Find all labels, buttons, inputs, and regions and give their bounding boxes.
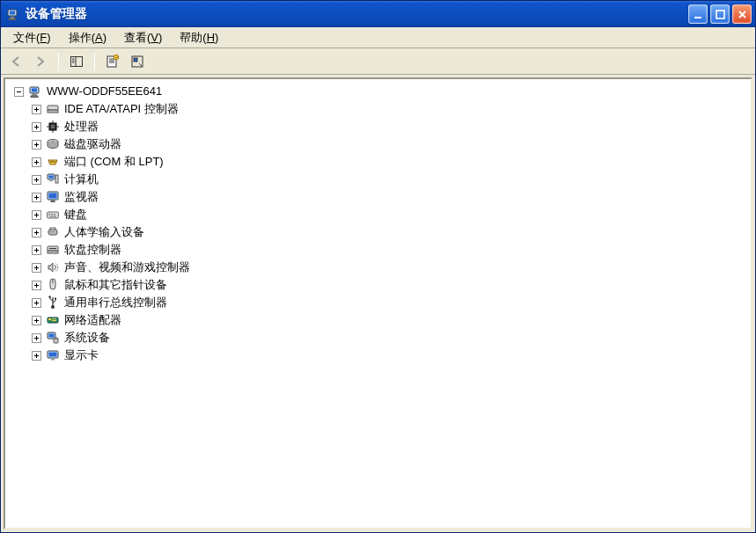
pc-icon	[46, 172, 60, 186]
usb-icon	[46, 296, 60, 310]
svg-rect-65	[134, 58, 137, 62]
tree-item-label: 鼠标和其它指针设备	[64, 276, 167, 294]
menu-file[interactable]: 文件(F)	[4, 28, 60, 47]
expand-icon[interactable]	[32, 157, 41, 167]
tree-item-label: 软盘控制器	[64, 241, 121, 259]
expand-icon[interactable]	[32, 210, 41, 220]
tree-item-label: 通用串行总线控制器	[64, 294, 167, 311]
menu-label: 文件	[13, 31, 36, 44]
tree-item[interactable]: 显示卡	[32, 347, 751, 364]
expand-icon[interactable]	[32, 193, 41, 202]
tree-root[interactable]: WWW-ODDF55EE641	[14, 83, 751, 100]
tree-item-label: 声音、视频和游戏控制器	[64, 259, 190, 276]
expand-icon[interactable]	[32, 316, 41, 325]
nav-forward-button[interactable]	[31, 52, 50, 71]
floppy-icon	[46, 243, 60, 257]
tree-root-label: WWW-ODDF55EE641	[47, 83, 162, 100]
expand-icon[interactable]	[32, 333, 41, 343]
port-icon	[46, 155, 60, 169]
app-icon	[6, 7, 20, 21]
tree-item-label: 端口 (COM 和 LPT)	[64, 153, 164, 171]
close-button[interactable]	[732, 4, 752, 24]
expand-icon[interactable]	[32, 263, 41, 273]
tree-item[interactable]: 通用串行总线控制器	[32, 294, 751, 311]
expand-icon[interactable]	[32, 122, 41, 132]
menu-action[interactable]: 操作(A)	[60, 28, 115, 47]
tree-item[interactable]: 鼠标和其它指针设备	[32, 276, 751, 294]
menu-label: 帮助	[180, 31, 202, 44]
menubar: 文件(F) 操作(A) 查看(V) 帮助(H)	[1, 27, 755, 48]
hid-icon	[46, 225, 60, 239]
expand-icon[interactable]	[32, 140, 41, 150]
expand-icon[interactable]	[32, 298, 41, 308]
expand-icon[interactable]	[32, 245, 41, 255]
expand-icon[interactable]	[32, 281, 41, 290]
tree-item-label: 系统设备	[64, 329, 110, 347]
collapse-icon[interactable]	[14, 87, 24, 97]
maximize-button[interactable]	[710, 4, 730, 24]
nav-back-button[interactable]	[6, 52, 26, 71]
tree-item-label: 人体学输入设备	[64, 223, 144, 241]
net-icon	[46, 313, 60, 327]
tree-item[interactable]: 网络适配器	[32, 311, 751, 329]
scan-hardware-button[interactable]	[128, 52, 147, 71]
monitor-icon	[46, 190, 60, 204]
tree-item[interactable]: 软盘控制器	[32, 241, 751, 259]
menu-label: 查看	[124, 31, 147, 44]
toolbar-separator	[58, 53, 59, 70]
menu-label: 操作	[69, 31, 92, 44]
expand-icon[interactable]	[32, 175, 41, 185]
tree-item-label: 磁盘驱动器	[64, 135, 121, 153]
tree-item-label: 计算机	[64, 171, 99, 188]
tree-item-label: 处理器	[64, 118, 99, 135]
window-controls	[688, 4, 752, 24]
tree-item[interactable]: 磁盘驱动器	[32, 135, 751, 153]
svg-rect-53	[716, 11, 724, 18]
show-hide-tree-button[interactable]	[67, 52, 86, 71]
tree-item[interactable]: 人体学输入设备	[32, 223, 751, 241]
tree-item-label: 监视器	[64, 188, 99, 206]
svg-point-63	[114, 55, 118, 59]
tree-item-label: 网络适配器	[64, 311, 121, 329]
toolbar-separator	[94, 53, 95, 70]
system-icon	[46, 331, 60, 345]
tree-item[interactable]: 系统设备	[32, 329, 751, 347]
expand-icon[interactable]	[32, 228, 41, 237]
expand-icon[interactable]	[32, 351, 41, 361]
menu-view[interactable]: 查看(V)	[115, 28, 171, 47]
disk-icon	[46, 137, 60, 151]
menu-help[interactable]: 帮助(H)	[171, 28, 227, 47]
tree-item[interactable]: 处理器	[32, 118, 751, 135]
properties-button[interactable]	[103, 52, 122, 71]
tree-item-label: 键盘	[64, 206, 87, 223]
minimize-button[interactable]	[688, 4, 708, 24]
device-manager-window: 设备管理器 文件(F) 操作(A) 查看(V) 帮助(H)	[0, 0, 756, 533]
content-area: WWW-ODDF55EE641 IDE ATA/ATAPI 控制器处理器磁盘驱动…	[1, 75, 755, 532]
keyboard-icon	[46, 208, 60, 222]
mouse-icon	[46, 278, 60, 292]
tree-item-label: IDE ATA/ATAPI 控制器	[64, 100, 179, 118]
tree-item[interactable]: 监视器	[32, 188, 751, 206]
tree-item[interactable]: IDE ATA/ATAPI 控制器	[32, 100, 751, 118]
expand-icon[interactable]	[32, 105, 41, 114]
tree-item[interactable]: 计算机	[32, 171, 751, 188]
tree-item-label: 显示卡	[64, 347, 99, 364]
hdd-ctrl-icon	[46, 102, 60, 116]
svg-rect-54	[71, 56, 83, 66]
device-tree[interactable]: WWW-ODDF55EE641 IDE ATA/ATAPI 控制器处理器磁盘驱动…	[4, 77, 752, 529]
computer-icon	[28, 84, 42, 99]
cpu-icon	[46, 120, 60, 134]
sound-icon	[46, 260, 60, 274]
tree-item[interactable]: 键盘	[32, 206, 751, 223]
titlebar: 设备管理器	[1, 1, 755, 27]
tree-item[interactable]: 端口 (COM 和 LPT)	[32, 153, 751, 171]
tree-item[interactable]: 声音、视频和游戏控制器	[32, 259, 751, 276]
toolbar	[1, 48, 755, 75]
svg-rect-52	[694, 17, 701, 18]
display-icon	[46, 348, 60, 362]
window-title: 设备管理器	[26, 6, 688, 22]
